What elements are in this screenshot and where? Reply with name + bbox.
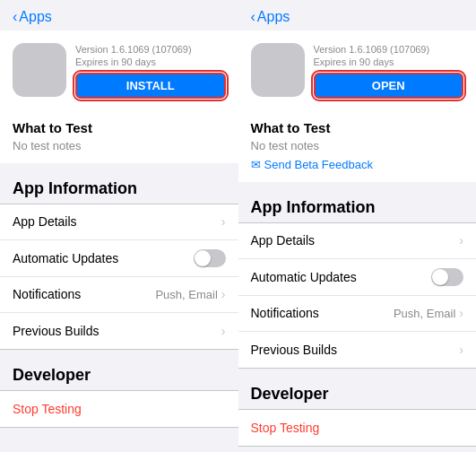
list-row-prev-builds-right[interactable]: Previous Builds › [238, 332, 477, 368]
row-label: Notifications [251, 306, 394, 320]
chevron-icon: › [221, 214, 226, 229]
install-button[interactable]: INSTALL [75, 73, 226, 99]
developer-list-left: Stop Testing [0, 390, 238, 428]
app-header-right: Version 1.6.1069 (107069)Expires in 90 d… [238, 30, 477, 109]
send-feedback-label: Send Beta Feedback [264, 158, 373, 171]
auto-updates-toggle-right[interactable] [431, 268, 463, 286]
app-meta-right: Version 1.6.1069 (107069)Expires in 90 d… [314, 43, 464, 99]
auto-updates-toggle-left[interactable] [194, 249, 226, 267]
notifications-value-left: Push, Email [155, 288, 217, 301]
scroll-content-right: Version 1.6.1069 (107069)Expires in 90 d… [238, 30, 477, 452]
list-row-notifications-left[interactable]: Notifications Push, Email › [0, 277, 238, 313]
back-arrow-icon-right: ‹ [251, 9, 255, 25]
email-icon: ✉ [251, 158, 261, 171]
open-button[interactable]: OPEN [314, 73, 464, 99]
app-info-list-right: App Details › Automatic Updates Notifica… [238, 222, 477, 369]
app-icon-left [13, 43, 66, 97]
chevron-icon: › [459, 343, 463, 357]
list-row-stop-testing-left[interactable]: Stop Testing [0, 391, 238, 427]
no-test-notes-left: No test notes [13, 139, 226, 152]
chevron-icon: › [221, 287, 226, 301]
notifications-value-right: Push, Email [394, 307, 455, 320]
list-row-auto-updates-left[interactable]: Automatic Updates [0, 240, 238, 277]
list-row-auto-updates-right[interactable]: Automatic Updates [238, 259, 477, 296]
app-version-left: Version 1.6.1069 (107069)Expires in 90 d… [75, 43, 226, 69]
app-meta-left: Version 1.6.1069 (107069)Expires in 90 d… [75, 43, 226, 99]
back-label-left[interactable]: Apps [19, 9, 51, 25]
developer-list-right: Stop Testing [238, 409, 477, 447]
list-row-app-details-right[interactable]: App Details › [238, 223, 477, 259]
row-label: Previous Builds [13, 324, 221, 338]
row-label: Automatic Updates [251, 270, 432, 284]
nav-bar-right: ‹ Apps [238, 0, 477, 30]
nav-bar-left: ‹ Apps [0, 0, 238, 30]
chevron-icon: › [221, 324, 226, 338]
row-label: Notifications [13, 287, 155, 301]
what-to-test-section-left: What to Test No test notes [0, 109, 238, 163]
app-info-heading-right: App Information [238, 182, 477, 222]
what-to-test-heading-left: What to Test [13, 120, 226, 135]
back-label-right[interactable]: Apps [257, 9, 290, 25]
row-label: App Details [13, 214, 221, 229]
left-panel: ‹ Apps Version 1.6.1069 (107069)Expires … [0, 0, 238, 452]
stop-testing-label-right[interactable]: Stop Testing [251, 421, 320, 435]
row-label: Automatic Updates [13, 251, 194, 265]
what-to-test-heading-right: What to Test [251, 120, 464, 135]
list-row-stop-testing-right[interactable]: Stop Testing [238, 410, 477, 446]
no-test-notes-right: No test notes [251, 139, 464, 152]
stop-testing-label-left[interactable]: Stop Testing [13, 402, 82, 416]
app-header-left: Version 1.6.1069 (107069)Expires in 90 d… [0, 30, 238, 109]
list-row-notifications-right[interactable]: Notifications Push, Email › [238, 296, 477, 332]
list-row-prev-builds-left[interactable]: Previous Builds › [0, 313, 238, 349]
send-beta-feedback-link[interactable]: ✉ Send Beta Feedback [251, 158, 464, 171]
app-info-list-left: App Details › Automatic Updates Notifica… [0, 204, 238, 350]
app-version-right: Version 1.6.1069 (107069)Expires in 90 d… [314, 43, 464, 69]
developer-heading-left: Developer [0, 350, 238, 390]
developer-heading-right: Developer [238, 369, 477, 409]
right-panel: ‹ Apps Version 1.6.1069 (107069)Expires … [238, 0, 477, 452]
row-label: Previous Builds [251, 343, 460, 357]
what-to-test-section-right: What to Test No test notes ✉ Send Beta F… [238, 109, 477, 182]
app-info-heading-left: App Information [0, 163, 238, 204]
list-row-app-details-left[interactable]: App Details › [0, 204, 238, 240]
chevron-icon: › [459, 306, 463, 320]
chevron-icon: › [459, 233, 463, 248]
row-label: App Details [251, 233, 460, 248]
back-arrow-icon-left: ‹ [13, 9, 17, 25]
scroll-content-left: Version 1.6.1069 (107069)Expires in 90 d… [0, 30, 238, 452]
app-icon-right [251, 43, 305, 97]
